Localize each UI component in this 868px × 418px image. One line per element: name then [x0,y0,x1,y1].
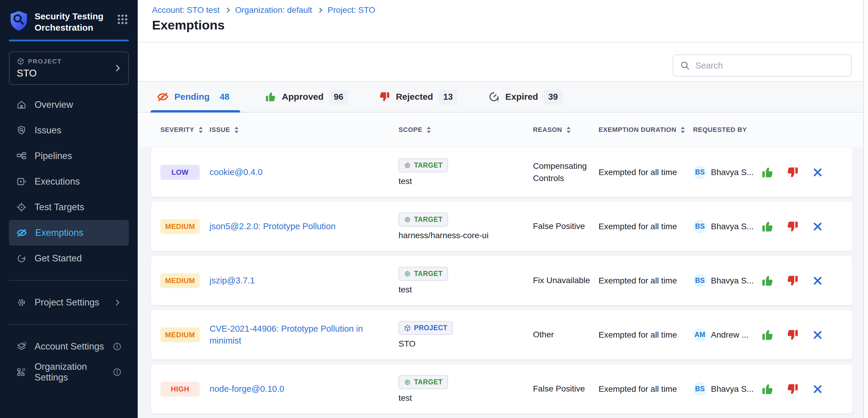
project-card-name: STO [17,68,121,79]
exemption-duration-text: Exempted for all time [598,384,693,394]
reject-button[interactable] [786,382,800,396]
sort-icon[interactable] [681,127,685,133]
scope-badge: TARGET [399,213,448,227]
tab-label: Pending [175,92,210,102]
requester-name: Andrew ... [711,330,748,340]
sidebar-item-get-started[interactable]: Get Started [9,246,129,271]
app-switcher-grid-icon[interactable] [116,13,129,26]
scrollbar[interactable] [863,0,868,418]
sort-icon[interactable] [566,127,571,133]
approve-button[interactable] [761,328,774,342]
project-card-label: PROJECT [28,58,62,65]
tab-expired[interactable]: Expired 39 [482,81,568,112]
table-row[interactable]: MEDIUM jszip@3.7.1 TARGET test Fix [151,256,852,305]
cancel-button[interactable] [811,220,825,234]
main-content: Account: STO test Organization: default … [138,0,863,418]
project-selector[interactable]: PROJECT STO [9,51,129,85]
column-header-exemption-duration: EXEMPTION DURATION [598,126,676,134]
sidebar-item-label: Exemptions [35,228,84,238]
reject-button[interactable] [786,166,800,179]
scope-name: STO [399,339,533,349]
target-icon [404,162,411,169]
sidebar-item-pipelines[interactable]: Pipelines [9,143,129,169]
target-icon [404,270,411,277]
scope-badge: TARGET [399,159,448,172]
column-header-scope: SCOPE [399,126,423,134]
thumbs-up-icon [265,91,277,103]
sidebar-divider [9,324,129,325]
approve-button[interactable] [761,382,774,396]
sort-icon[interactable] [427,127,431,133]
tab-rejected[interactable]: Rejected 13 [373,81,464,112]
sidebar-item-test-targets[interactable]: Test Targets [9,195,129,220]
table-row[interactable]: HIGH node-forge@0.10.0 TARGET test [151,364,852,414]
cancel-button[interactable] [811,382,825,396]
sidebar-item-label: Test Targets [35,202,84,213]
tab-approved[interactable]: Approved 96 [259,81,354,112]
table-row[interactable]: MEDIUM json5@2.2.0: Prototype Pollution … [151,202,852,251]
page-header: Account: STO test Organization: default … [138,0,863,42]
search-input[interactable] [695,61,844,71]
cancel-button[interactable] [811,328,825,342]
cube-icon [404,324,411,332]
info-icon[interactable] [113,342,122,351]
sort-icon[interactable] [198,127,203,133]
breadcrumb-organization-link[interactable]: Organization: default [235,5,312,15]
avatar: AM [693,328,707,342]
exemption-duration-text: Exempted for all time [598,222,693,231]
reason-text: Fix Unavailable [533,275,598,287]
scope-name: test [399,393,533,403]
eye-slash-icon [16,227,27,239]
issue-link[interactable]: json5@2.2.0: Prototype Pollution [210,221,336,231]
issue-link[interactable]: CVE-2021-44906: Prototype Pollution in m… [210,324,363,345]
approve-button[interactable] [761,274,774,288]
issue-link[interactable]: node-forge@0.10.0 [210,384,284,393]
tab-count-badge: 39 [544,90,562,104]
sidebar-item-project-settings[interactable]: Project Settings [9,290,129,315]
sidebar-item-label: Issues [35,125,61,136]
avatar: BS [693,274,707,288]
issue-link[interactable]: jszip@3.7.1 [210,276,255,285]
sidebar-item-label: Organization Settings [35,361,105,383]
sidebar-item-exemptions[interactable]: Exemptions [9,220,129,246]
scope-type-label: TARGET [414,270,443,278]
breadcrumb-account-link[interactable]: Account: STO test [152,5,220,15]
breadcrumb-separator-icon [317,8,322,13]
sidebar-item-label: Get Started [35,253,82,264]
cancel-button[interactable] [811,166,825,179]
sto-shield-logo-icon [9,10,29,32]
cancel-button[interactable] [811,274,825,288]
sidebar-divider [9,280,129,281]
sidebar: Security Testing Orchestration PROJECT S… [0,0,138,418]
sidebar-nav: Overview Issues Pipelines [0,92,138,271]
search-box [673,55,851,76]
thumbs-down-icon [378,91,391,103]
sidebar-item-executions[interactable]: Executions [9,169,129,195]
eye-slash-icon [156,91,169,103]
scope-name: test [399,177,533,186]
table-row[interactable]: LOW cookie@0.4.0 TARGET test Compe [151,148,852,197]
issue-link[interactable]: cookie@0.4.0 [210,167,262,177]
sidebar-item-organization-settings[interactable]: Organization Settings [9,359,129,385]
get-started-icon [16,253,27,264]
breadcrumb-project-link[interactable]: Project: STO [328,5,375,15]
scope-type-label: TARGET [414,215,443,223]
scope-name: test [399,285,533,294]
account-settings-icon [16,341,27,352]
reason-text: False Positive [533,383,598,395]
reject-button[interactable] [786,220,800,234]
sidebar-item-issues[interactable]: Issues [9,117,129,143]
table-row[interactable]: MEDIUM CVE-2021-44906: Prototype Polluti… [151,310,852,359]
approve-button[interactable] [761,166,774,179]
search-icon [680,61,690,71]
approve-button[interactable] [761,220,774,234]
shield-search-icon [16,125,27,136]
reject-button[interactable] [786,328,800,342]
tab-pending[interactable]: Pending 48 [151,81,240,112]
reject-button[interactable] [786,274,800,288]
sort-icon[interactable] [234,127,239,133]
avatar: BS [693,220,707,234]
sidebar-item-overview[interactable]: Overview [9,92,129,117]
sidebar-item-account-settings[interactable]: Account Settings [9,334,129,359]
info-icon[interactable] [113,368,122,377]
